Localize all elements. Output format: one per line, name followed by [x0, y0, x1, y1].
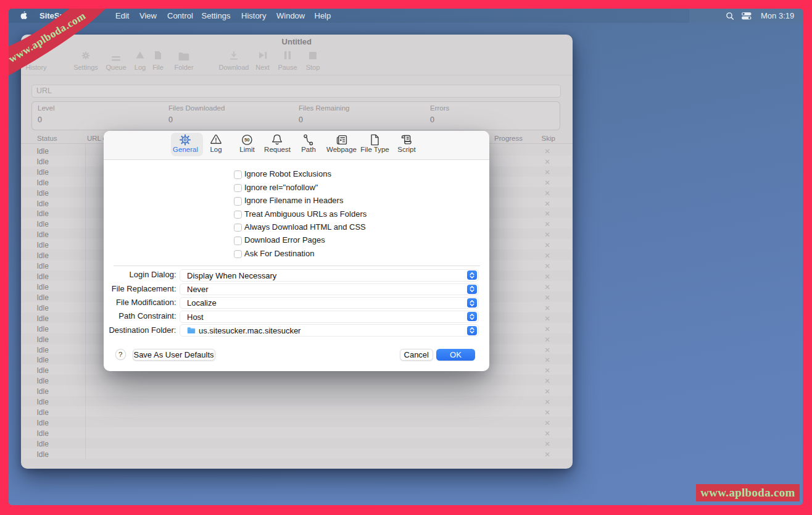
svg-text:50: 50 [244, 137, 249, 143]
svg-text:www.aplboda.com: www.aplboda.com [9, 10, 88, 65]
